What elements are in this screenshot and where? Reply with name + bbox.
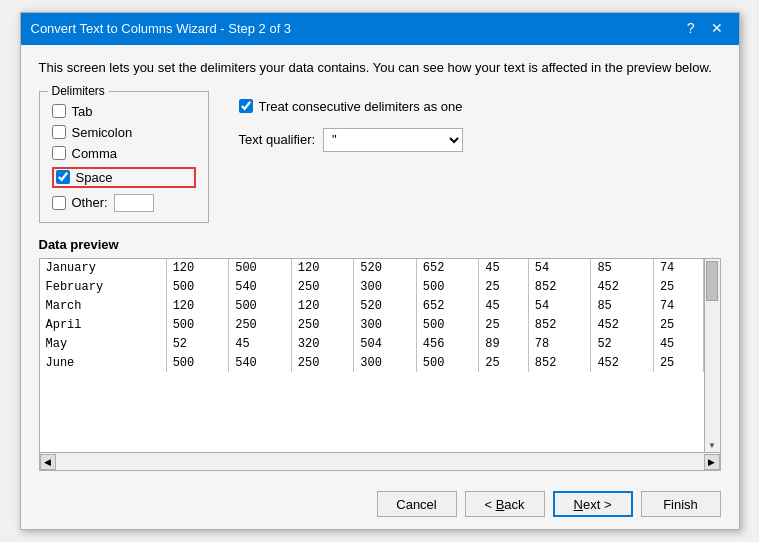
table-cell: 45 xyxy=(653,334,703,353)
middle-section: Delimiters Tab Semicolon Comma Space xyxy=(39,91,721,223)
scroll-right-button[interactable]: ▶ xyxy=(704,454,720,470)
table-cell: 25 xyxy=(653,353,703,372)
table-cell: 500 xyxy=(166,315,229,334)
table-cell: 452 xyxy=(591,277,654,296)
help-button[interactable]: ? xyxy=(681,19,701,39)
table-cell: 320 xyxy=(291,334,354,353)
scroll-down-arrow[interactable]: ▼ xyxy=(708,441,716,450)
table-cell: 85 xyxy=(591,259,654,278)
comma-checkbox-row[interactable]: Comma xyxy=(52,146,196,161)
table-cell: 54 xyxy=(528,259,591,278)
semicolon-checkbox[interactable] xyxy=(52,125,66,139)
table-cell: 540 xyxy=(229,353,292,372)
table-cell: 25 xyxy=(653,315,703,334)
table-cell: 452 xyxy=(591,315,654,334)
preview-table: January12050012052065245548574February50… xyxy=(40,259,704,372)
table-cell: 456 xyxy=(416,334,479,353)
table-cell: 250 xyxy=(229,315,292,334)
data-preview-section: Data preview January12050012052065245548… xyxy=(39,237,721,471)
next-label: N xyxy=(574,497,583,512)
table-cell: 500 xyxy=(166,277,229,296)
other-checkbox[interactable] xyxy=(52,196,66,210)
dialog-window: Convert Text to Columns Wizard - Step 2 … xyxy=(20,12,740,530)
dialog-title: Convert Text to Columns Wizard - Step 2 … xyxy=(31,21,292,36)
table-cell: 52 xyxy=(591,334,654,353)
table-cell: January xyxy=(40,259,167,278)
table-cell: 852 xyxy=(528,315,591,334)
table-cell: 540 xyxy=(229,277,292,296)
table-cell: 25 xyxy=(479,277,529,296)
tab-label: Tab xyxy=(72,104,93,119)
table-cell: 452 xyxy=(591,353,654,372)
table-cell: 652 xyxy=(416,296,479,315)
back-button[interactable]: < Back xyxy=(465,491,545,517)
treat-consecutive-checkbox[interactable] xyxy=(239,99,253,113)
delimiters-label: Delimiters xyxy=(48,84,109,98)
table-cell: 852 xyxy=(528,353,591,372)
table-cell: 45 xyxy=(229,334,292,353)
table-cell: 500 xyxy=(416,353,479,372)
next-button[interactable]: Next > xyxy=(553,491,633,517)
dialog-body: This screen lets you set the delimiters … xyxy=(21,45,739,481)
table-cell: February xyxy=(40,277,167,296)
table-cell: 504 xyxy=(354,334,417,353)
semicolon-checkbox-row[interactable]: Semicolon xyxy=(52,125,196,140)
table-row: April5002502503005002585245225 xyxy=(40,315,704,334)
other-row: Other: xyxy=(52,194,196,212)
space-label: Space xyxy=(76,170,113,185)
table-cell: 25 xyxy=(479,353,529,372)
space-checkbox-row[interactable]: Space xyxy=(52,167,196,188)
treat-consecutive-row[interactable]: Treat consecutive delimiters as one xyxy=(239,99,464,114)
qualifier-row: Text qualifier: " ' {none} xyxy=(239,128,464,152)
table-cell: 250 xyxy=(291,353,354,372)
table-cell: 85 xyxy=(591,296,654,315)
preview-scroll-area[interactable]: January12050012052065245548574February50… xyxy=(40,259,720,452)
table-cell: 500 xyxy=(229,296,292,315)
table-cell: June xyxy=(40,353,167,372)
cancel-button[interactable]: Cancel xyxy=(377,491,457,517)
table-cell: 500 xyxy=(416,315,479,334)
tab-checkbox-row[interactable]: Tab xyxy=(52,104,196,119)
description-text: This screen lets you set the delimiters … xyxy=(39,59,721,77)
scrollbar-thumb-v[interactable] xyxy=(706,261,718,301)
vertical-scrollbar[interactable]: ▼ xyxy=(704,259,720,452)
table-row: June5005402503005002585245225 xyxy=(40,353,704,372)
preview-container: January12050012052065245548574February50… xyxy=(39,258,721,471)
table-cell: 120 xyxy=(291,259,354,278)
table-cell: 120 xyxy=(166,296,229,315)
table-cell: 74 xyxy=(653,296,703,315)
other-input[interactable] xyxy=(114,194,154,212)
table-cell: 54 xyxy=(528,296,591,315)
table-cell: 45 xyxy=(479,296,529,315)
space-checkbox[interactable] xyxy=(56,170,70,184)
table-cell: 500 xyxy=(416,277,479,296)
delimiters-group: Delimiters Tab Semicolon Comma Space xyxy=(39,91,209,223)
table-row: February5005402503005002585245225 xyxy=(40,277,704,296)
qualifier-select[interactable]: " ' {none} xyxy=(323,128,463,152)
scroll-left-button[interactable]: ◀ xyxy=(40,454,56,470)
table-cell: 25 xyxy=(653,277,703,296)
tab-checkbox[interactable] xyxy=(52,104,66,118)
table-row: January12050012052065245548574 xyxy=(40,259,704,278)
semicolon-label: Semicolon xyxy=(72,125,133,140)
close-button[interactable]: ✕ xyxy=(705,19,729,39)
data-preview-label: Data preview xyxy=(39,237,721,252)
comma-checkbox[interactable] xyxy=(52,146,66,160)
table-cell: April xyxy=(40,315,167,334)
table-cell: 74 xyxy=(653,259,703,278)
table-cell: 852 xyxy=(528,277,591,296)
table-cell: March xyxy=(40,296,167,315)
finish-button[interactable]: Finish xyxy=(641,491,721,517)
table-cell: 89 xyxy=(479,334,529,353)
treat-consecutive-label: Treat consecutive delimiters as one xyxy=(259,99,463,114)
other-label: Other: xyxy=(72,195,108,210)
table-cell: 250 xyxy=(291,277,354,296)
table-cell: 652 xyxy=(416,259,479,278)
table-cell: 78 xyxy=(528,334,591,353)
horizontal-scrollbar[interactable]: ◀ ▶ xyxy=(40,452,720,470)
comma-label: Comma xyxy=(72,146,118,161)
table-cell: 300 xyxy=(354,277,417,296)
table-cell: 520 xyxy=(354,259,417,278)
table-row: March12050012052065245548574 xyxy=(40,296,704,315)
table-cell: 300 xyxy=(354,353,417,372)
